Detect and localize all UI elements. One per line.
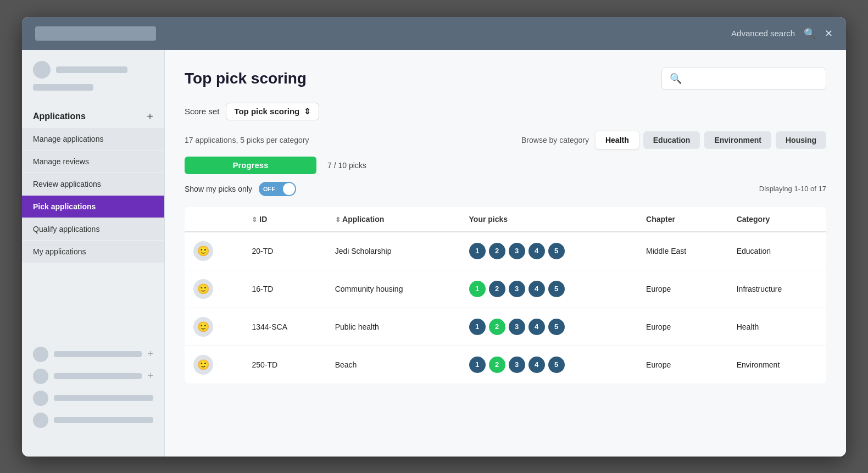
add-section-button[interactable]: +	[147, 110, 153, 123]
sidebar-avatar-row	[33, 61, 153, 79]
pick-circle-4[interactable]: 4	[528, 319, 545, 335]
avatar	[33, 61, 51, 79]
table-body: 🙂20-TDJedi Scholarship12345Middle EastEd…	[185, 232, 826, 383]
pick-circle-1[interactable]: 1	[469, 281, 486, 297]
search-icon[interactable]: 🔍	[804, 27, 816, 40]
th-col-picks: Your picks	[460, 207, 638, 232]
sidebar-section-title: Applications	[33, 112, 86, 121]
row-picks: 12345	[460, 232, 638, 270]
sidebar-item-manage-applications[interactable]: Manage applications	[22, 128, 164, 150]
progress-row: Progress 7 / 10 picks	[185, 157, 826, 174]
search-input[interactable]	[687, 74, 818, 83]
sidebar-item-pick-applications[interactable]: Pick applications	[22, 196, 164, 218]
add-item-button-1[interactable]: +	[147, 348, 153, 360]
row-application: Public health	[326, 308, 460, 346]
pick-circle-2[interactable]: 2	[489, 319, 505, 335]
row-application: Community housing	[326, 270, 460, 308]
scoreset-dropdown[interactable]: Top pick scoring ⇕	[226, 103, 319, 120]
th-col-id[interactable]: ⇕ ID	[243, 207, 326, 232]
sidebar-bottom-row-2: +	[33, 369, 153, 384]
pick-circle-3[interactable]: 3	[509, 319, 525, 335]
profile-subtitle-bar	[33, 84, 93, 91]
pick-circle-2[interactable]: 2	[489, 357, 505, 373]
sidebar-bar-3	[54, 395, 153, 401]
titlebar: Advanced search 🔍 ✕	[22, 17, 846, 50]
pick-circle-5[interactable]: 5	[548, 281, 565, 297]
sidebar-item-manage-reviews[interactable]: Manage reviews	[22, 151, 164, 172]
th-col-application[interactable]: ⇕ Application	[326, 207, 460, 232]
progress-picks-text: 7 / 10 picks	[327, 161, 366, 170]
advanced-search-link[interactable]: Advanced search	[731, 29, 795, 38]
table-row[interactable]: 🙂250-TDBeach12345EuropeEnvironment	[185, 346, 826, 383]
category-btn-environment[interactable]: Environment	[704, 131, 771, 149]
pick-circle-2[interactable]: 2	[489, 243, 505, 259]
row-category: Education	[728, 232, 826, 270]
sidebar-item-qualify-applications[interactable]: Qualify applications	[22, 218, 164, 240]
progress-label: Progress	[232, 160, 268, 170]
row-icon-cell: 🙂	[185, 232, 243, 270]
pick-circle-4[interactable]: 4	[528, 243, 545, 259]
pick-circle-1[interactable]: 1	[469, 319, 486, 335]
search-icon-inner: 🔍	[670, 73, 682, 85]
show-picks-label: Show my picks only	[185, 185, 252, 193]
app-icon: 🙂	[193, 317, 213, 337]
sidebar-item-my-applications[interactable]: My applications	[22, 241, 164, 263]
category-buttons: HealthEducationEnvironmentHousing	[596, 131, 826, 149]
pick-circle-1[interactable]: 1	[469, 243, 486, 259]
pick-circle-3[interactable]: 3	[509, 243, 525, 259]
sidebar-bottom-row-1: +	[33, 347, 153, 362]
sidebar-icon-3	[33, 391, 48, 406]
pick-circle-5[interactable]: 5	[548, 319, 565, 335]
toggle-knob	[283, 183, 295, 195]
pick-circle-5[interactable]: 5	[548, 243, 565, 259]
sidebar-section-header: Applications +	[22, 102, 164, 127]
app-window: Advanced search 🔍 ✕ Applications + Manag…	[22, 17, 846, 457]
sidebar-icon-2	[33, 369, 48, 384]
stats-text: 17 applications, 5 picks per category	[185, 136, 309, 144]
pick-circle-4[interactable]: 4	[528, 357, 545, 373]
titlebar-logo-bar	[35, 26, 156, 41]
progress-bar: Progress	[185, 157, 316, 174]
table-header: ⇕ ID⇕ ApplicationYour picksChapterCatego…	[185, 207, 826, 232]
titlebar-actions: Advanced search 🔍 ✕	[731, 27, 833, 40]
row-icon-cell: 🙂	[185, 270, 243, 308]
sidebar-icon-4	[33, 413, 48, 428]
table-row[interactable]: 🙂1344-SCAPublic health12345EuropeHealth	[185, 308, 826, 346]
close-icon[interactable]: ✕	[825, 27, 833, 40]
search-box[interactable]: 🔍	[661, 68, 826, 90]
pick-circle-2[interactable]: 2	[489, 281, 505, 297]
row-id: 16-TD	[243, 270, 326, 308]
category-btn-housing[interactable]: Housing	[776, 131, 826, 149]
toggle-state-label: OFF	[263, 186, 275, 192]
pick-circle-4[interactable]: 4	[528, 281, 545, 297]
sidebar-bar-2	[54, 373, 142, 379]
page-title: Top pick scoring	[185, 70, 307, 87]
stats-row: 17 applications, 5 picks per category Br…	[185, 131, 826, 149]
pick-circle-1[interactable]: 1	[469, 357, 486, 373]
pick-circle-3[interactable]: 3	[509, 357, 525, 373]
show-picks-left: Show my picks only OFF	[185, 182, 296, 196]
pick-circle-5[interactable]: 5	[548, 357, 565, 373]
category-btn-education[interactable]: Education	[643, 131, 700, 149]
category-btn-health[interactable]: Health	[596, 131, 639, 149]
sidebar-bottom-row-4	[33, 413, 153, 428]
scoreset-label: Score set	[185, 107, 219, 116]
scoreset-row: Score set Top pick scoring ⇕	[185, 103, 826, 120]
row-chapter: Europe	[637, 270, 728, 308]
content-area: Top pick scoring 🔍 Score set Top pick sc…	[165, 50, 846, 457]
row-category: Environment	[728, 346, 826, 383]
row-chapter: Europe	[637, 346, 728, 383]
show-picks-toggle[interactable]: OFF	[259, 182, 296, 196]
scoreset-value: Top pick scoring	[234, 107, 299, 116]
table-row[interactable]: 🙂20-TDJedi Scholarship12345Middle EastEd…	[185, 232, 826, 270]
main-layout: Applications + Manage applicationsManage…	[22, 50, 846, 457]
sidebar-bottom: + +	[22, 336, 164, 446]
pick-circle-3[interactable]: 3	[509, 281, 525, 297]
row-id: 20-TD	[243, 232, 326, 270]
content-header: Top pick scoring 🔍	[185, 68, 826, 90]
add-item-button-2[interactable]: +	[147, 370, 153, 382]
sidebar-item-review-applications[interactable]: Review applications	[22, 173, 164, 195]
app-icon: 🙂	[193, 355, 213, 375]
table-row[interactable]: 🙂16-TDCommunity housing12345EuropeInfras…	[185, 270, 826, 308]
displaying-text: Displaying 1-10 of 17	[759, 185, 826, 193]
